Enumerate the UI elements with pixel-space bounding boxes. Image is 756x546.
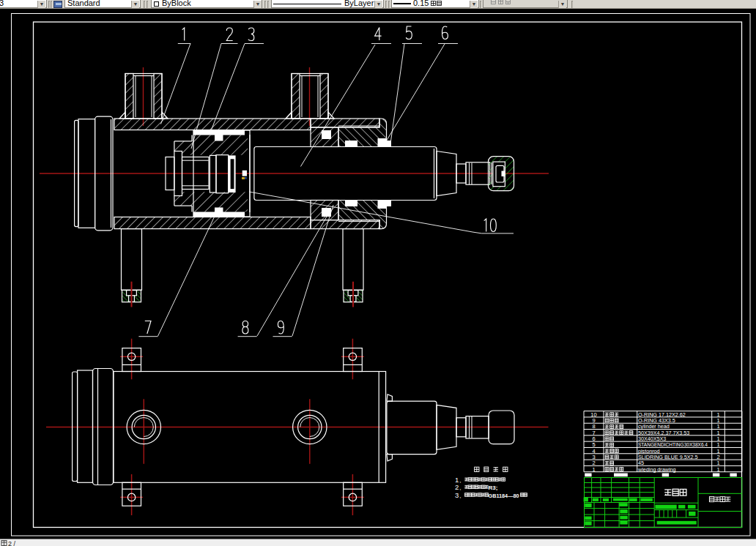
svg-text:‚: ‚ <box>460 485 462 491</box>
svg-text:GB1184—80: GB1184—80 <box>489 493 519 499</box>
svg-text:‚: ‚ <box>460 493 462 499</box>
svg-text:2 /: 2 / <box>8 539 16 546</box>
svg-text:‚: ‚ <box>460 477 462 484</box>
svg-text:R3;: R3; <box>489 485 498 491</box>
svg-text:SLIDRING BLUE 9.5X2.5: SLIDRING BLUE 9.5X2.5 <box>638 454 698 460</box>
svg-text:2: 2 <box>455 483 459 491</box>
svg-text:wleding drawing: wleding drawing <box>637 466 676 473</box>
svg-text:1: 1 <box>592 466 595 473</box>
svg-text:1: 1 <box>716 466 719 473</box>
svg-text:3: 3 <box>455 491 459 499</box>
